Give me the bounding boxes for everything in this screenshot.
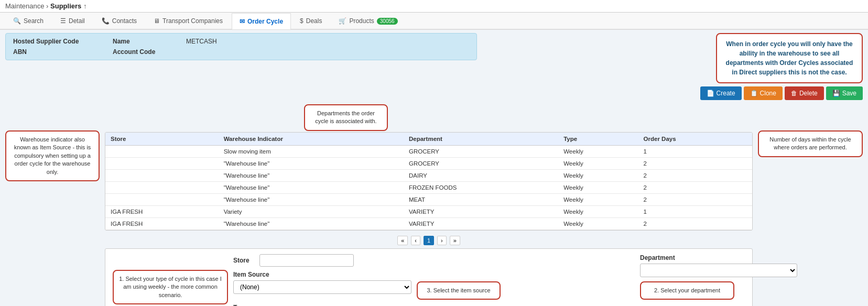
action-buttons: 📄 Create 📋 Clone 🗑 Delete 💾 Save [700, 86, 863, 100]
callout-select-type: 1. Select your type of cycle in this cas… [113, 270, 228, 304]
page-header: Maintenance › Suppliers ↑ [0, 0, 868, 13]
col-store: Store [105, 133, 219, 146]
products-badge: 30056 [377, 18, 398, 25]
contacts-icon: 📞 [102, 17, 110, 25]
abn-label: ABN [13, 48, 81, 56]
save-button[interactable]: 💾 Save [826, 86, 863, 100]
col-warehouse: Warehouse Indicator [219, 133, 404, 146]
item-source-select[interactable]: (None) [233, 280, 411, 294]
page-prev[interactable]: ‹ [411, 236, 420, 245]
nav-tabs: 🔍 Search ☰ Detail 📞 Contacts 🖥 Transport… [0, 13, 868, 30]
order-cycle-table: Store Warehouse Indicator Department Typ… [105, 132, 753, 231]
form-section: 1. Select your type of cycle in this cas… [105, 248, 753, 306]
col-department: Department [404, 133, 558, 146]
ordercycle-icon: ✉ [240, 18, 245, 25]
callout-select-item: 3. Select the item source [417, 281, 501, 300]
table-row: "Warehouse line" DAIRY Weekly 2 [105, 169, 752, 181]
tab-products[interactable]: 🛒 Products 30056 [331, 13, 405, 29]
store-label: Store [233, 257, 254, 264]
tab-ordercycle[interactable]: ✉ Order Cycle [232, 13, 291, 29]
store-input[interactable] [259, 254, 354, 267]
pagination: « ‹ 1 › » [105, 236, 753, 245]
deals-icon: $ [300, 17, 303, 25]
page-last[interactable]: » [450, 236, 460, 245]
tab-deals[interactable]: $ Deals [292, 13, 330, 29]
create-button[interactable]: 📄 Create [700, 86, 742, 100]
breadcrumb-icon: ↑ [83, 2, 87, 10]
table-row: "Warehouse line" GROCERY Weekly 2 [105, 157, 752, 169]
callout-order-days: Number of days within the cycle where or… [758, 130, 863, 157]
tab-transport[interactable]: 🖥 Transport Companies [146, 13, 231, 29]
tab-contacts[interactable]: 📞 Contacts [94, 13, 145, 29]
table-row: "Warehouse line" FROZEN FOODS Weekly 2 [105, 181, 752, 193]
breadcrumb-prefix: Maintenance [5, 2, 44, 10]
transport-icon: 🖥 [154, 17, 160, 25]
type-label: Type [233, 304, 635, 306]
account-code-label: Account Code [113, 48, 181, 56]
clone-icon: 📋 [750, 90, 758, 97]
dept-label-form: Department [640, 254, 745, 261]
save-icon: 💾 [832, 90, 840, 97]
supplier-info-header: Hosted Supplier Code ABN Name METCASH Ac… [5, 33, 477, 60]
col-orderdays: Order Days [638, 133, 752, 146]
create-icon: 📄 [707, 90, 714, 97]
tab-search[interactable]: 🔍 Search [5, 13, 51, 29]
name-value: METCASH [186, 38, 217, 45]
table-row: IGA FRESH Variety VARIETY Weekly 1 [105, 205, 752, 217]
table-row: Slow moving item GROCERY Weekly 1 [105, 145, 752, 157]
item-source-label: Item Source [233, 271, 411, 278]
callout-warehouse: Warehouse indicator also known as Item S… [5, 130, 100, 181]
table-row: IGA FRESH "Warehouse line" VARIETY Weekl… [105, 217, 752, 230]
detail-icon: ☰ [60, 17, 66, 25]
search-icon: 🔍 [13, 17, 21, 25]
delete-button[interactable]: 🗑 Delete [785, 86, 824, 100]
breadcrumb-current: Suppliers [50, 2, 81, 10]
hosted-supplier-code-label: Hosted Supplier Code [13, 38, 81, 45]
page-current[interactable]: 1 [424, 236, 434, 245]
callout-select-dept: 2. Select your department [640, 281, 734, 300]
callout-departments: Departments the order cycle is associate… [304, 104, 388, 131]
delete-icon: 🗑 [791, 90, 797, 97]
clone-button[interactable]: 📋 Clone [744, 86, 783, 100]
col-type: Type [558, 133, 638, 146]
page-next[interactable]: › [437, 236, 447, 245]
breadcrumb-separator: › [46, 2, 50, 10]
callout-top-right: When in order cycle you will only have t… [716, 33, 863, 83]
products-icon: 🛒 [339, 17, 346, 25]
table-row: "Warehouse line" MEAT Weekly 2 [105, 193, 752, 205]
name-label: Name [113, 38, 181, 45]
page-first[interactable]: « [397, 236, 408, 245]
tab-detail[interactable]: ☰ Detail [52, 13, 93, 29]
